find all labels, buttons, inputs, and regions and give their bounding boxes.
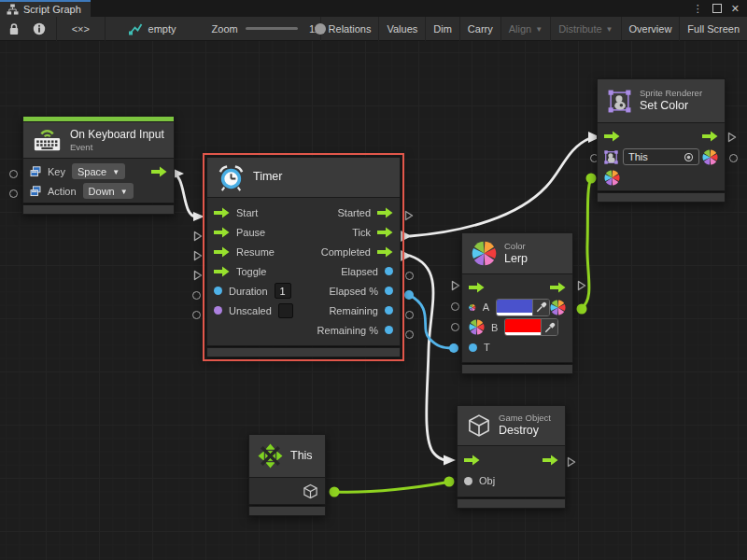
window-menu-icon[interactable]: ⋮ — [693, 3, 703, 15]
distribute-button[interactable]: Distribute▼ — [551, 17, 620, 41]
timer-unscaled-dot[interactable] — [214, 306, 222, 315]
color-a-swatch[interactable] — [496, 299, 550, 316]
lerp-t-port[interactable] — [449, 343, 458, 353]
node-color-lerp[interactable]: Color Lerp A — [462, 233, 572, 373]
timer-tick-arrow[interactable] — [377, 227, 393, 238]
self-icon — [258, 443, 283, 469]
relations-button[interactable]: Relations — [321, 17, 379, 41]
destroy-obj-in-port[interactable] — [444, 477, 455, 487]
timer-elapsed-dot[interactable] — [385, 267, 393, 275]
lerp-flow-out-port[interactable] — [577, 280, 586, 291]
maximize-icon[interactable] — [712, 4, 722, 13]
destroy-flow-in-arrow[interactable] — [464, 455, 480, 466]
node-timer[interactable]: Timer Start Started Pause Tick Resume Co… — [207, 158, 400, 357]
lerp-result-icon[interactable] — [550, 300, 566, 315]
variables-button[interactable]: <×> — [64, 17, 97, 41]
setcolor-color-in-port[interactable] — [586, 174, 597, 184]
dim-button[interactable]: Dim — [426, 17, 459, 41]
this-gameobject-port[interactable] — [303, 483, 318, 499]
timer-started-port[interactable] — [404, 210, 414, 221]
setcolor-flow-in-arrow[interactable] — [604, 131, 620, 142]
lerp-flow-in-port[interactable] — [451, 280, 460, 291]
graph-breadcrumb[interactable]: empty — [120, 17, 184, 41]
lerp-flow-out-arrow[interactable] — [550, 282, 566, 293]
wire-elapsedpct-to-lerp-t[interactable] — [409, 295, 452, 348]
timer-unscaled-port[interactable] — [192, 311, 201, 319]
zoom-slider[interactable] — [246, 27, 298, 30]
lock-button[interactable] — [2, 17, 26, 41]
node-on-keyboard-input[interactable]: On Keyboard Input Event Key Space ▼ — [23, 117, 174, 214]
carry-button[interactable]: Carry — [460, 17, 500, 41]
timer-remaining-pct-dot[interactable] — [385, 326, 393, 334]
color-input-icon[interactable] — [604, 170, 620, 186]
keyboard-trigger-port[interactable] — [151, 166, 167, 177]
timer-duration-dot[interactable] — [214, 287, 222, 295]
timer-resume-arrow[interactable] — [214, 246, 230, 258]
timer-tick-port[interactable] — [400, 231, 412, 243]
lerp-t-dot[interactable] — [469, 343, 477, 352]
node-destroy[interactable]: Game Object Destroy Obj — [458, 406, 565, 508]
key-dropdown[interactable]: Space ▼ — [72, 163, 125, 179]
unscaled-checkbox[interactable] — [278, 303, 293, 318]
node-header: On Keyboard Input Event — [23, 122, 174, 159]
inspect-button[interactable] — [26, 17, 52, 41]
timer-remaining-pct-port[interactable] — [405, 330, 414, 339]
node-this[interactable]: This — [249, 435, 325, 515]
duration-input[interactable]: 1 — [275, 283, 291, 299]
action-dropdown[interactable]: Down ▼ — [83, 183, 134, 199]
node-header: This — [249, 435, 325, 478]
timer-remaining-dot[interactable] — [385, 306, 393, 315]
tab-script-graph[interactable]: Script Graph — [0, 0, 91, 17]
keyboard-key-port[interactable] — [9, 170, 18, 178]
setcolor-result-icon[interactable] — [702, 149, 718, 165]
destroy-flow-out-port[interactable] — [567, 456, 576, 468]
timer-resume-port[interactable] — [193, 250, 203, 261]
wire-tick-to-setcolor[interactable] — [410, 138, 590, 236]
setcolor-flow-out-port[interactable] — [727, 132, 737, 143]
destroy-flow-out-arrow[interactable] — [543, 455, 558, 466]
color-a-value[interactable] — [497, 300, 532, 315]
timer-completed-arrow[interactable] — [377, 246, 393, 258]
object-picker-icon[interactable] — [684, 152, 694, 162]
timer-started-arrow[interactable] — [377, 207, 393, 218]
node-set-color[interactable]: Sprite Renderer Set Color This — [598, 79, 725, 202]
color-b-swatch[interactable] — [504, 318, 558, 336]
timer-pause-port[interactable] — [193, 231, 203, 242]
timer-toggle-port[interactable] — [193, 270, 203, 281]
wire-this-to-destroy-obj[interactable] — [334, 483, 448, 493]
align-button[interactable]: Align▼ — [501, 17, 550, 41]
timer-elapsed-pct-dot[interactable] — [385, 287, 393, 295]
fullscreen-button[interactable]: Full Screen — [680, 17, 747, 41]
timer-elapsed-port[interactable] — [405, 272, 414, 280]
overview-button[interactable]: Overview — [622, 17, 680, 41]
port-row: Remaining % — [207, 320, 400, 340]
eyedropper-button[interactable] — [541, 319, 557, 335]
lerp-a-port[interactable] — [451, 302, 459, 311]
timer-start-port[interactable] — [214, 207, 230, 218]
timer-elapsed-pct-port[interactable] — [404, 290, 414, 300]
timer-pause-arrow[interactable] — [214, 227, 230, 238]
destroy-obj-dot[interactable] — [464, 477, 472, 485]
close-icon[interactable]: ✕ — [731, 3, 740, 15]
timer-toggle-arrow[interactable] — [214, 266, 230, 277]
port-row — [462, 277, 572, 298]
lerp-b-port[interactable] — [451, 323, 459, 331]
timer-completed-port[interactable] — [400, 250, 412, 262]
setcolor-flow-out-arrow[interactable] — [702, 131, 718, 142]
lerp-flow-in-arrow[interactable] — [469, 282, 485, 293]
lerp-color-out-port[interactable] — [577, 304, 587, 315]
wire-completed-to-destroy[interactable] — [410, 256, 445, 460]
timer-remaining-port[interactable] — [405, 311, 414, 319]
keyboard-action-port[interactable] — [9, 189, 18, 198]
this-out-port[interactable] — [330, 487, 340, 497]
setcolor-color-out-port[interactable] — [729, 154, 738, 162]
target-object-field[interactable]: This — [623, 148, 699, 165]
port-label: Completed — [321, 246, 371, 258]
timer-duration-port[interactable] — [192, 291, 201, 300]
color-b-value[interactable] — [505, 319, 541, 335]
values-button[interactable]: Values — [379, 17, 425, 41]
eyedropper-button[interactable] — [532, 300, 549, 315]
port-row: Unscaled Remaining — [207, 301, 400, 320]
wire-keyboard-to-timer-start[interactable] — [172, 174, 196, 217]
zoom-slider-handle[interactable] — [315, 23, 326, 35]
